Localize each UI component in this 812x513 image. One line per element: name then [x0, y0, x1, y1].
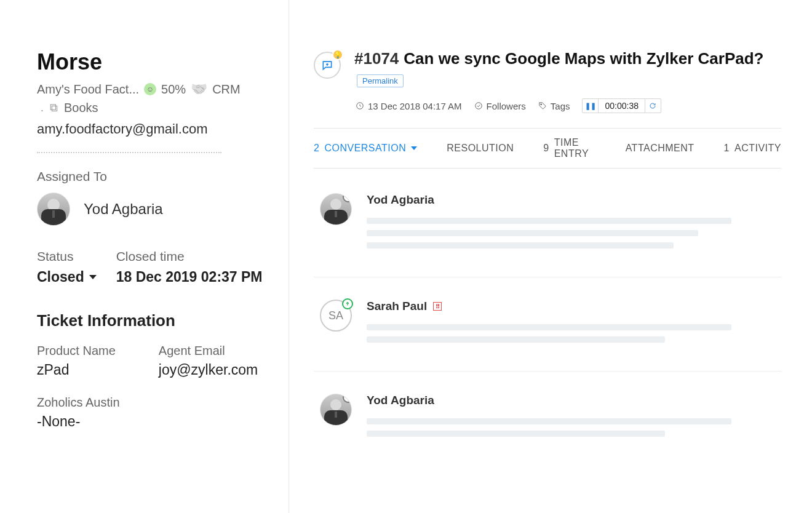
- product-name-label: Product Name: [37, 344, 116, 358]
- content-placeholder: [367, 242, 674, 249]
- check-circle-icon: [474, 101, 483, 110]
- thread-avatar: [320, 193, 352, 225]
- ticket-detail-panel: 💡 #1074 Can we sync Google Maps with Zyl…: [289, 0, 812, 513]
- separator-dot: .: [41, 101, 44, 114]
- content-placeholder: [367, 418, 731, 424]
- bulb-badge-icon: 💡: [332, 49, 343, 60]
- thread-author: Sarah Paul⠿: [367, 300, 781, 313]
- thread-direction-badge-icon: [343, 193, 352, 202]
- tab-time-entry[interactable]: 9 TIME ENTRY: [543, 137, 595, 159]
- status-label: Status: [37, 249, 97, 264]
- contact-email[interactable]: amy.foodfactory@gmail.com: [37, 121, 270, 137]
- company-name[interactable]: Amy's Food Fact...: [37, 82, 139, 97]
- assignee-avatar: [37, 193, 70, 226]
- contact-meta-row2: . ⧉ Books: [37, 101, 270, 115]
- thread-author: Yod Agbaria: [367, 394, 781, 407]
- tab-resolution[interactable]: RESOLUTION: [447, 137, 514, 159]
- content-placeholder: [367, 218, 731, 224]
- conversation-thread-list: Yod AgbariaSASarah Paul⠿Yod Agbaria: [314, 193, 781, 449]
- assigned-to-label: Assigned To: [37, 169, 270, 184]
- handshake-icon: 🤝: [191, 81, 207, 97]
- tab-conversation[interactable]: 2 CONVERSATION: [314, 137, 417, 159]
- thread-item[interactable]: SASarah Paul⠿: [314, 300, 781, 372]
- contact-meta-row: Amy's Food Fact... ☺ 50% 🤝 CRM: [37, 81, 270, 97]
- clock-icon: [356, 101, 364, 110]
- thread-author: Yod Agbaria: [367, 193, 781, 207]
- warning-icon: ⠿: [433, 302, 442, 311]
- ticket-meta-row: 13 Dec 2018 04:17 AM Followers Tags ❚❚ 0…: [356, 98, 781, 113]
- books-icon: ⧉: [50, 101, 58, 114]
- product-name-value: zPad: [37, 362, 116, 378]
- tag-icon: [538, 101, 547, 110]
- happiness-percent: 50%: [161, 82, 186, 97]
- svg-point-1: [475, 103, 482, 109]
- closed-time-label: Closed time: [116, 249, 263, 264]
- ticket-number: #1074: [354, 49, 399, 68]
- content-placeholder: [367, 336, 665, 343]
- tags-button[interactable]: Tags: [538, 101, 570, 111]
- agent-email-value[interactable]: joy@zylker.com: [159, 362, 258, 378]
- status-value: Closed: [37, 269, 84, 285]
- thread-item[interactable]: Yod Agbaria: [314, 193, 781, 277]
- agent-email-label: Agent Email: [159, 344, 258, 358]
- tab-attachment[interactable]: ATTACHMENT: [626, 137, 695, 159]
- thread-avatar: SA: [320, 300, 352, 332]
- channel-icon: 💡: [314, 52, 341, 79]
- permalink-button[interactable]: Permalink: [357, 74, 404, 87]
- ticket-info-heading: Ticket Information: [37, 311, 270, 330]
- chevron-down-icon: [89, 275, 97, 279]
- ticket-created-time: 13 Dec 2018 04:17 AM: [356, 101, 462, 111]
- content-placeholder: [367, 431, 665, 437]
- content-placeholder: [367, 230, 698, 236]
- thread-item[interactable]: Yod Agbaria: [314, 394, 781, 449]
- thread-direction-badge-icon: [343, 394, 352, 403]
- zoholics-value: -None-: [37, 413, 270, 430]
- contact-panel: Morse Amy's Food Fact... ☺ 50% 🤝 CRM . ⧉…: [0, 0, 289, 513]
- contact-name[interactable]: Morse: [37, 49, 270, 75]
- thread-avatar: [320, 394, 352, 426]
- timer-pause-button[interactable]: ❚❚: [583, 99, 599, 113]
- tab-bar: 2 CONVERSATION RESOLUTION 9 TIME ENTRY A…: [314, 128, 781, 169]
- books-link[interactable]: Books: [64, 101, 98, 115]
- zoholics-label: Zoholics Austin: [37, 396, 270, 410]
- ticket-subject: Can we sync Google Maps with Zylker CarP…: [404, 49, 763, 68]
- divider: [37, 152, 221, 153]
- assignee-row[interactable]: Yod Agbaria: [37, 193, 270, 226]
- tab-activity[interactable]: 1 ACTIVITY: [724, 137, 781, 159]
- crm-link[interactable]: CRM: [212, 82, 241, 97]
- svg-point-2: [541, 104, 542, 105]
- timer-refresh-button[interactable]: [645, 99, 661, 113]
- timer-widget: ❚❚ 00:00:38: [582, 98, 661, 113]
- timer-value: 00:00:38: [599, 101, 645, 111]
- content-placeholder: [367, 324, 731, 330]
- thread-direction-badge-icon: [342, 298, 353, 309]
- followers-button[interactable]: Followers: [474, 101, 526, 111]
- closed-time-value: 18 Dec 2019 02:37 PM: [116, 269, 263, 285]
- happiness-icon: ☺: [144, 83, 156, 95]
- assignee-name: Yod Agbaria: [84, 201, 163, 218]
- chevron-down-icon: [411, 146, 417, 150]
- status-dropdown[interactable]: Closed: [37, 269, 97, 285]
